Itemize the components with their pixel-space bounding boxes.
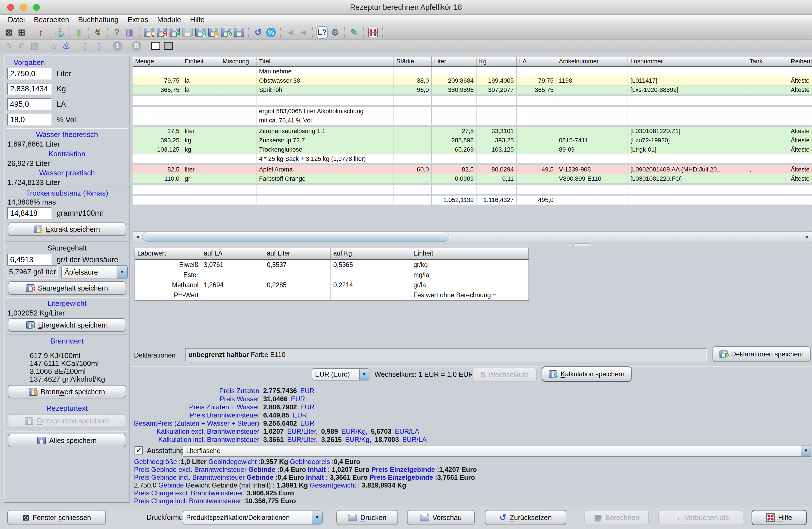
table-cell[interactable] bbox=[257, 185, 394, 194]
table-cell[interactable] bbox=[628, 67, 747, 76]
table-cell[interactable]: [Ltrgk-01] bbox=[628, 145, 747, 154]
table-row[interactable]: 27,5literZitronensäurelösung 1:127,533,3… bbox=[133, 125, 812, 136]
table-cell[interactable]: V-1239-908 bbox=[556, 165, 628, 174]
table-cell[interactable]: 0,11 bbox=[477, 174, 517, 183]
table-cell[interactable] bbox=[556, 96, 628, 105]
table-cell[interactable] bbox=[517, 155, 556, 163]
column-header[interactable]: Artikelnummer bbox=[556, 57, 628, 66]
table-cell[interactable]: Älteste L bbox=[788, 136, 812, 145]
table-cell[interactable] bbox=[517, 127, 556, 136]
table-cell[interactable]: 1.052,1139 bbox=[432, 195, 477, 205]
table-cell[interactable]: mg/la bbox=[411, 270, 528, 280]
saeuregehalt-speichern-button[interactable]: S Säuregehalt speichern bbox=[8, 281, 126, 295]
table-cell[interactable] bbox=[182, 195, 220, 205]
table-cell[interactable]: Älteste L bbox=[788, 76, 812, 85]
factory-icon[interactable]: ⌂ bbox=[47, 40, 60, 52]
table-cell[interactable]: gr bbox=[182, 174, 220, 183]
berechnen-button[interactable]: ▦ Berechnen bbox=[584, 510, 649, 525]
table-cell[interactable]: 0,0909 bbox=[432, 174, 477, 183]
table-cell[interactable]: 495,0 bbox=[517, 195, 556, 205]
table-cell[interactable]: 199,4005 bbox=[477, 76, 517, 85]
table-cell[interactable] bbox=[747, 136, 788, 145]
table-cell[interactable]: 38,0 bbox=[394, 76, 432, 85]
table-cell[interactable] bbox=[182, 107, 220, 116]
table-cell[interactable] bbox=[747, 107, 788, 116]
table-cell[interactable]: 79,75 bbox=[517, 76, 556, 85]
table-cell[interactable]: Ester bbox=[135, 270, 201, 280]
table-cell[interactable] bbox=[517, 96, 556, 105]
barrel2-icon[interactable]: ▯ bbox=[92, 40, 105, 52]
anchor-icon[interactable]: ⚓ bbox=[53, 27, 66, 39]
table-cell[interactable]: Älteste L bbox=[788, 174, 812, 183]
table-cell[interactable] bbox=[788, 67, 812, 76]
column-header[interactable]: Losnummer bbox=[628, 57, 747, 66]
table-cell[interactable]: 365,75 bbox=[517, 86, 556, 94]
table-cell[interactable] bbox=[747, 174, 788, 183]
table-cell[interactable] bbox=[477, 116, 517, 125]
barrel-icon[interactable]: ▯ bbox=[79, 40, 92, 52]
lines-swatch-icon[interactable] bbox=[162, 40, 175, 52]
extrakt-speichern-button[interactable]: E Extrakt speichern bbox=[8, 222, 126, 236]
lightning-icon[interactable]: ↯ bbox=[91, 27, 104, 39]
table-cell[interactable] bbox=[628, 185, 747, 194]
table-cell[interactable]: 65,269 bbox=[432, 145, 477, 154]
table-cell[interactable] bbox=[788, 96, 812, 105]
table-cell[interactable]: , bbox=[747, 165, 788, 174]
table-cell[interactable] bbox=[394, 127, 432, 136]
table-cell[interactable] bbox=[747, 155, 788, 163]
table-cell[interactable] bbox=[220, 67, 257, 76]
column-header[interactable]: Einheit bbox=[182, 57, 220, 66]
table-cell[interactable] bbox=[133, 195, 182, 205]
table-cell[interactable] bbox=[220, 107, 257, 116]
table-row[interactable]: Eiweiß3,07610,55370,5365gr/kg bbox=[135, 260, 528, 270]
table-cell[interactable]: kg bbox=[182, 145, 220, 154]
table-cell[interactable] bbox=[747, 145, 788, 154]
refresh-icon[interactable]: ↺ bbox=[252, 27, 265, 39]
table-cell[interactable]: [Lzu72-19920] bbox=[628, 136, 747, 145]
table-cell[interactable]: 285,896 bbox=[432, 136, 477, 145]
pen-icon[interactable]: ✐ bbox=[15, 40, 28, 52]
deklarationen-speichern-button[interactable]: D Deklarationen speichern bbox=[712, 346, 811, 362]
table-cell[interactable] bbox=[788, 116, 812, 125]
liter-input[interactable] bbox=[7, 68, 52, 79]
table-cell[interactable]: 89-09 bbox=[556, 145, 628, 154]
table-cell[interactable] bbox=[432, 107, 477, 116]
vol-input[interactable] bbox=[7, 114, 52, 126]
alles-speichern-button[interactable]: Alles speichern bbox=[8, 434, 126, 447]
table-cell[interactable] bbox=[517, 174, 556, 183]
menu-buchhaltung[interactable]: Buchhaltung bbox=[78, 15, 119, 24]
rezepturtext-speichern-button[interactable]: Rezepturtext speichern bbox=[8, 414, 126, 428]
table-cell[interactable]: 49,5 bbox=[517, 165, 556, 174]
pencil-icon[interactable]: ✎ bbox=[2, 40, 15, 52]
table-cell[interactable]: Trockenglukose bbox=[257, 145, 394, 154]
table-cell[interactable]: Älteste L bbox=[788, 145, 812, 154]
table-cell[interactable] bbox=[394, 136, 432, 145]
table-cell[interactable] bbox=[477, 107, 517, 116]
table-cell[interactable]: 1.116,4327 bbox=[477, 195, 517, 205]
column-header[interactable]: auf Liter bbox=[264, 248, 331, 259]
table-cell[interactable]: Zitronensäurelösung 1:1 bbox=[257, 127, 394, 136]
table-cell[interactable]: V890.899-E110 bbox=[556, 174, 628, 183]
table-cell[interactable]: Obstwasser 38 bbox=[257, 76, 394, 85]
table-cell[interactable] bbox=[220, 136, 257, 145]
table-cell[interactable] bbox=[628, 107, 747, 116]
table-cell[interactable] bbox=[747, 127, 788, 136]
table-cell[interactable]: 0,5365 bbox=[331, 260, 411, 270]
table-row[interactable] bbox=[133, 183, 812, 194]
table-cell[interactable]: 307,2077 bbox=[477, 86, 517, 94]
table-cell[interactable]: Zuckersirup 72,7 bbox=[257, 136, 394, 145]
table-row[interactable]: Man nehme bbox=[133, 67, 812, 76]
table-cell[interactable]: Man nehme bbox=[257, 67, 394, 76]
table-cell[interactable] bbox=[556, 155, 628, 163]
table-cell[interactable] bbox=[220, 116, 257, 125]
table-cell[interactable]: Methanol bbox=[135, 280, 201, 290]
table-cell[interactable] bbox=[394, 195, 432, 205]
table-cell[interactable] bbox=[477, 185, 517, 194]
brennwert-speichern-button[interactable]: B Brennwert speichern bbox=[8, 385, 126, 398]
table-cell[interactable]: liter bbox=[182, 127, 220, 136]
table-cell[interactable] bbox=[394, 116, 432, 125]
table-cell[interactable]: Apfel Aroma bbox=[257, 165, 394, 174]
table-cell[interactable] bbox=[182, 116, 220, 125]
table-cell[interactable] bbox=[432, 185, 477, 194]
window-close-icon[interactable]: ⊠ bbox=[2, 27, 15, 39]
